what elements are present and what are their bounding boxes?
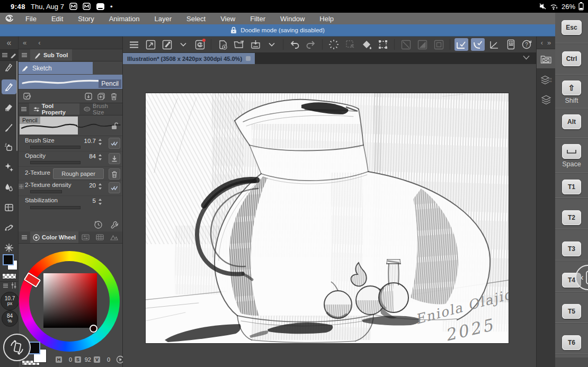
strip-pen-tab-icon[interactable] — [10, 52, 16, 58]
toolprop-menu-icon[interactable] — [19, 106, 29, 112]
subtool-group-sketch[interactable]: Sketch — [19, 62, 93, 74]
tab-brush-size[interactable]: Brush Size — [79, 103, 122, 115]
key-esc[interactable]: Esc — [562, 20, 582, 35]
stabilization-value[interactable]: 5 — [75, 198, 96, 204]
multi-select-icon[interactable] — [21, 91, 33, 102]
new-canvas-icon[interactable] — [216, 38, 229, 51]
key-alt[interactable]: Alt — [562, 114, 581, 129]
transform-icon[interactable] — [376, 38, 390, 51]
texture-delete-button[interactable] — [109, 168, 120, 180]
main-color-swatch[interactable] — [3, 254, 14, 265]
menu-edit[interactable]: Edit — [44, 15, 70, 23]
texture-select-button[interactable]: Rough paper — [53, 168, 104, 179]
undo-icon[interactable] — [288, 38, 301, 51]
duplicate-subtool-icon[interactable] — [95, 91, 108, 102]
drawing-canvas[interactable]: Eniola Olajide 2025 — [146, 93, 509, 343]
panel-back-icon[interactable]: ‹ — [541, 39, 543, 47]
chevron-down-icon[interactable] — [265, 38, 279, 51]
chevron-down-icon[interactable] — [176, 38, 190, 51]
help-icon[interactable]: ? — [520, 38, 534, 51]
select-layer-icon[interactable] — [343, 38, 357, 51]
import-subtool-icon[interactable] — [82, 91, 95, 102]
frame-border-tool-icon[interactable] — [2, 200, 16, 215]
key-shift[interactable]: ⇧ — [562, 80, 581, 95]
pen-settings-icon[interactable] — [160, 38, 174, 51]
straight-line-icon[interactable] — [399, 38, 413, 51]
hamburger-menu-icon[interactable] — [127, 38, 141, 51]
figure-tool-icon[interactable] — [2, 220, 16, 235]
menu-view[interactable]: View — [213, 15, 243, 23]
decoration-tool-icon[interactable] — [2, 160, 16, 175]
tab-color-set[interactable] — [93, 231, 107, 243]
texture-density-slider[interactable] — [30, 190, 62, 193]
eraser-tool-icon[interactable] — [2, 100, 16, 114]
key-space[interactable] — [562, 144, 581, 159]
frame-icon[interactable] — [432, 38, 446, 51]
airbrush-tool-icon[interactable] — [2, 140, 16, 155]
save-icon[interactable] — [248, 38, 262, 51]
tab-color-wheel[interactable]: Color Wheel — [30, 231, 78, 243]
sliders-icon[interactable] — [11, 282, 17, 289]
key-t1[interactable]: T1 — [562, 180, 581, 194]
opacity-dynamics-button[interactable] — [109, 153, 120, 164]
menu-layer[interactable]: Layer — [147, 15, 180, 23]
brush-size-value[interactable]: 10.7 — [75, 138, 96, 144]
blend-tool-icon[interactable] — [2, 180, 16, 195]
virtual-keyboard-icon[interactable] — [504, 38, 518, 51]
opacity-stepper[interactable] — [98, 154, 102, 161]
opacity-badge[interactable]: 84% — [2, 310, 18, 327]
menu-animation[interactable]: Animation — [102, 15, 147, 23]
tab-color-slider[interactable] — [78, 231, 93, 243]
brush-size-stepper[interactable] — [98, 138, 102, 146]
brush-tool-icon[interactable] — [2, 120, 16, 135]
pen-tool-icon[interactable] — [2, 60, 16, 75]
brush-size-badge[interactable]: 10.7px — [1, 292, 19, 310]
fullscreen-icon[interactable] — [144, 38, 157, 51]
texture-density-dynamics-button[interactable] — [109, 182, 120, 193]
key-t3[interactable]: T3 — [562, 241, 581, 256]
layer-property-tab-icon[interactable]: coxo — [537, 70, 556, 89]
delete-subtool-icon[interactable] — [108, 91, 120, 102]
toolstrip-scrollbar[interactable] — [16, 61, 17, 151]
wrench-settings-icon[interactable] — [110, 220, 119, 229]
tab-color-mixing[interactable] — [107, 231, 121, 243]
opacity-value[interactable]: 84 — [75, 153, 96, 159]
subtool-item-pencil[interactable]: Pencil — [19, 75, 122, 89]
ruler-icon[interactable] — [487, 38, 501, 51]
strip-settings-menu-icon[interactable] — [3, 283, 8, 288]
menu-select[interactable]: Select — [179, 15, 213, 23]
tab-close-icon[interactable] — [246, 56, 251, 61]
subtool-menu-icon[interactable] — [19, 52, 30, 58]
collapse-panel-button[interactable]: « — [19, 39, 26, 47]
strip-menu-icon[interactable] — [2, 52, 8, 58]
snap-to-ruler-icon[interactable] — [455, 38, 468, 51]
clip-studio-app-icon[interactable] — [193, 38, 207, 51]
menu-file[interactable]: File — [18, 15, 44, 23]
texture-density-value[interactable]: 20 — [75, 182, 96, 189]
rotate-device-button[interactable] — [3, 334, 31, 361]
deselect-icon[interactable] — [327, 38, 341, 51]
layers-tab-icon[interactable] — [537, 90, 556, 109]
menu-help[interactable]: Help — [312, 15, 341, 23]
menu-window[interactable]: Window — [273, 15, 312, 23]
texture-density-stepper[interactable] — [98, 183, 102, 190]
saturation-value-square[interactable] — [43, 273, 97, 328]
stabilization-stepper[interactable] — [98, 198, 102, 205]
menu-filter[interactable]: Filter — [243, 15, 273, 23]
auto-select-tool-icon[interactable] — [2, 240, 16, 255]
redo-icon[interactable] — [304, 38, 318, 51]
snap-to-special-ruler-icon[interactable] — [471, 38, 485, 51]
panel-back-button[interactable]: ‹ — [26, 39, 40, 47]
document-tab[interactable]: Illustration* (3508 x 2420px 300dpi 45.0… — [123, 53, 255, 64]
brush-size-slider[interactable] — [30, 146, 81, 149]
colorwheel-menu-icon[interactable] — [19, 235, 30, 240]
key-t5[interactable]: T5 — [562, 304, 581, 319]
tab-sub-tool[interactable]: Sub Tool — [30, 49, 72, 61]
transparent-color-swatch[interactable] — [2, 273, 16, 279]
expand-panel-button[interactable]: » — [547, 39, 551, 47]
canvas-viewport[interactable]: Eniola Olajide 2025 — [123, 64, 536, 367]
stabilization-slider[interactable] — [30, 206, 81, 209]
key-t2[interactable]: T2 — [562, 210, 581, 225]
tab-tool-property[interactable]: Tool Property — [29, 103, 80, 115]
clip-studio-logo-icon[interactable] — [0, 14, 18, 23]
